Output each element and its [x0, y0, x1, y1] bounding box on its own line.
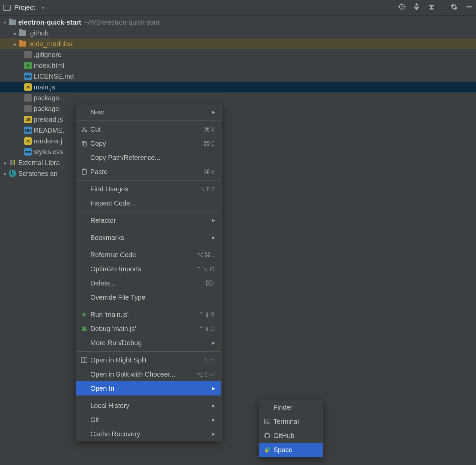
copy-icon: [81, 140, 90, 147]
menu-shortcut: ⌘X: [204, 126, 215, 133]
menu-item[interactable]: New▶: [76, 105, 221, 119]
tree-item[interactable]: MDLICENSE.md: [0, 71, 476, 82]
chevron-right-icon[interactable]: [12, 41, 18, 47]
menu-item[interactable]: More Run/Debug▶: [76, 336, 221, 350]
tree-item[interactable]: Scratches an: [0, 168, 476, 179]
chevron-right-icon[interactable]: [2, 160, 8, 165]
file-icon: JS: [24, 83, 32, 91]
submenu-arrow-icon: ▶: [212, 417, 215, 422]
tree-item-label: .gitignore: [34, 51, 61, 59]
tree-item[interactable]: .github: [0, 28, 476, 38]
github-icon: [264, 432, 273, 439]
menu-item-label: Refactor: [90, 217, 209, 224]
svg-point-17: [83, 327, 86, 331]
tree-root[interactable]: electron-quick-start ~/WS/electron-quick…: [0, 17, 476, 28]
file-icon: [24, 51, 32, 58]
submenu-item-label: Space: [273, 446, 317, 454]
tree-item[interactable]: JSpreload.js: [0, 114, 476, 125]
tree-item-label: LICENSE.md: [34, 73, 74, 80]
menu-shortcut: ⌥⌘L: [197, 251, 215, 259]
submenu-item-label: Terminal: [273, 418, 317, 426]
tree-item[interactable]: JSrenderer.j: [0, 136, 476, 146]
tree-item[interactable]: node_modules: [0, 38, 476, 49]
svg-rect-10: [14, 160, 15, 165]
menu-item[interactable]: Optimize Imports⌃⌥O: [76, 262, 221, 276]
menu-item-label: New: [90, 108, 209, 116]
menu-item[interactable]: Paste⌘V: [76, 165, 221, 179]
menu-item[interactable]: Run 'main.js'⌃⇧R: [76, 307, 221, 322]
tree-item[interactable]: MDREADME.: [0, 125, 476, 136]
minimize-icon[interactable]: [465, 3, 473, 12]
scratch-icon: [9, 170, 16, 177]
submenu-item[interactable]: Finder: [259, 400, 323, 414]
debug-icon: [81, 325, 90, 332]
menu-item[interactable]: Cache Recovery▶: [76, 427, 221, 441]
chevron-right-icon[interactable]: [2, 171, 8, 176]
open-in-submenu: FinderTerminalGitHubSpace: [259, 400, 323, 457]
menu-item[interactable]: Local History▶: [76, 399, 221, 413]
file-icon: JS: [24, 137, 32, 145]
tree-item[interactable]: package.: [0, 92, 476, 103]
tree-item-label: styles.css: [34, 148, 63, 156]
menu-item[interactable]: Copy⌘C: [76, 136, 221, 151]
tree-item-label: preload.js: [34, 116, 63, 124]
tree-item-label: renderer.j: [34, 137, 62, 145]
menu-item[interactable]: Git▶: [76, 413, 221, 427]
menu-separator: [76, 351, 221, 352]
chevron-right-icon[interactable]: [12, 30, 18, 36]
menu-item[interactable]: Debug 'main.js'⌃⇧D: [76, 322, 221, 336]
menu-item[interactable]: Inspect Code...: [76, 196, 221, 210]
svg-rect-8: [11, 160, 12, 165]
menu-item[interactable]: Cut⌘X: [76, 122, 221, 136]
menu-item[interactable]: Override File Type: [76, 290, 221, 304]
tree-item[interactable]: package-: [0, 103, 476, 114]
tree-item[interactable]: .gitignore: [0, 49, 476, 60]
menu-item-label: Reformat Code: [90, 251, 197, 259]
menu-shortcut: ⌥⇧⏎: [196, 371, 215, 378]
menu-item[interactable]: Bookmarks▶: [76, 230, 221, 245]
expand-all-icon[interactable]: [413, 3, 420, 12]
submenu-arrow-icon: ▶: [212, 218, 215, 223]
locate-icon[interactable]: [398, 3, 406, 12]
tree-item-label: .github: [28, 29, 49, 37]
menu-item-label: Open in Split with Chooser...: [90, 371, 196, 378]
tree-item[interactable]: JSmain.js: [0, 82, 476, 92]
toolbar-divider: [443, 3, 443, 12]
menu-separator: [76, 229, 221, 229]
project-selector[interactable]: Project ▼: [3, 4, 45, 11]
menu-shortcut: ⌘V: [204, 168, 215, 176]
terminal-icon: [264, 418, 273, 425]
file-icon: MD: [24, 73, 32, 80]
gear-icon[interactable]: [450, 3, 458, 12]
file-icon: MD: [24, 127, 32, 134]
svg-rect-20: [265, 419, 270, 424]
menu-item-label: Bookmarks: [90, 234, 209, 242]
menu-item[interactable]: Copy Path/Reference...: [76, 151, 221, 165]
menu-item[interactable]: Reformat Code⌥⌘L: [76, 248, 221, 262]
menu-item[interactable]: Find Usages⌥F7: [76, 182, 221, 196]
chevron-down-icon[interactable]: [2, 20, 8, 25]
menu-item[interactable]: Open in Right Split⇧⏎: [76, 353, 221, 367]
menu-item-label: Inspect Code...: [90, 199, 215, 207]
menu-item-label: Git: [90, 416, 209, 424]
split-icon: [81, 357, 90, 363]
tree-item[interactable]: External Libra: [0, 157, 476, 168]
tree-item-label: package.: [34, 94, 61, 102]
menu-item[interactable]: Delete...⌦: [76, 276, 221, 290]
menu-item-label: Copy: [90, 140, 203, 147]
menu-item[interactable]: Refactor▶: [76, 213, 221, 227]
tree-item-label: main.js: [34, 83, 55, 91]
submenu-item[interactable]: Space: [259, 443, 323, 457]
submenu-item-label: GitHub: [273, 432, 317, 440]
menu-item-label: Paste: [90, 168, 204, 176]
project-tree[interactable]: electron-quick-start ~/WS/electron-quick…: [0, 16, 476, 179]
menu-item[interactable]: Open in Split with Chooser...⌥⇧⏎: [76, 367, 221, 381]
collapse-all-icon[interactable]: [428, 3, 435, 12]
tree-item[interactable]: Hindex.html: [0, 60, 476, 71]
menu-item-label: Open in Right Split: [90, 356, 204, 364]
submenu-item[interactable]: GitHub: [259, 429, 323, 443]
menu-separator: [76, 180, 221, 181]
menu-item[interactable]: Open In▶: [76, 381, 221, 395]
submenu-item[interactable]: Terminal: [259, 414, 323, 429]
tree-item[interactable]: cssstyles.css: [0, 146, 476, 157]
